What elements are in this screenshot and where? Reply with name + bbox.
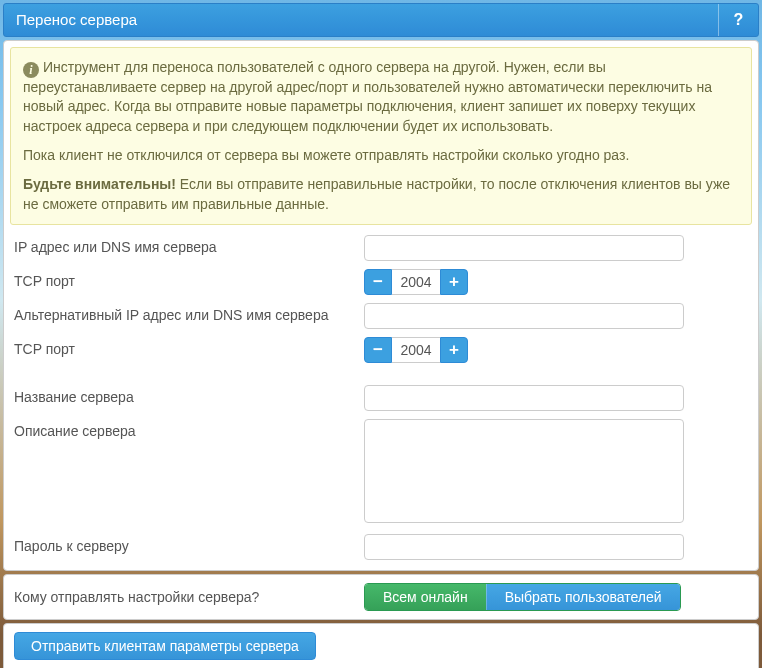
alt-ip-input[interactable] [364, 303, 684, 329]
main-card: iИнструмент для переноса пользователей с… [3, 40, 759, 571]
target-row: Кому отправлять настройки сервера? Всем … [4, 575, 758, 619]
row-tcp-port-2: TCP порт − + [4, 333, 758, 367]
action-card: Отправить клиентам параметры сервера При… [3, 623, 759, 668]
tcp-port-2-spinner: − + [364, 337, 468, 363]
target-label: Кому отправлять настройки сервера? [14, 589, 364, 605]
info-paragraph-1: iИнструмент для переноса пользователей с… [23, 58, 739, 136]
server-password-input[interactable] [364, 534, 684, 560]
page-title: Перенос сервера [4, 4, 718, 36]
info-paragraph-3: Будьте внимательны! Если вы отправите не… [23, 175, 739, 214]
target-segment: Всем онлайн Выбрать пользователей [364, 583, 681, 611]
tcp1-value-input[interactable] [392, 269, 440, 295]
tcp2-value-input[interactable] [392, 337, 440, 363]
info-icon: i [23, 62, 39, 78]
server-desc-textarea[interactable] [364, 419, 684, 523]
tcp-port-2-label: TCP порт [14, 337, 364, 357]
target-select-users[interactable]: Выбрать пользователей [486, 584, 680, 610]
alt-ip-label: Альтернативный IP адрес или DNS имя серв… [14, 303, 364, 323]
server-password-label: Пароль к серверу [14, 534, 364, 554]
row-ip: IP адрес или DNS имя сервера [4, 231, 758, 265]
send-settings-button[interactable]: Отправить клиентам параметры сервера [14, 632, 316, 660]
info-panel: iИнструмент для переноса пользователей с… [10, 47, 752, 225]
target-all-online[interactable]: Всем онлайн [365, 584, 486, 610]
ip-label: IP адрес или DNS имя сервера [14, 235, 364, 255]
tcp-port-1-label: TCP порт [14, 269, 364, 289]
ip-input[interactable] [364, 235, 684, 261]
tcp1-plus-button[interactable]: + [440, 269, 468, 295]
row-tcp-port-1: TCP порт − + [4, 265, 758, 299]
tcp2-plus-button[interactable]: + [440, 337, 468, 363]
target-card: Кому отправлять настройки сервера? Всем … [3, 574, 759, 620]
tcp1-minus-button[interactable]: − [364, 269, 392, 295]
title-bar: Перенос сервера ? [3, 3, 759, 37]
server-name-input[interactable] [364, 385, 684, 411]
tcp-port-1-spinner: − + [364, 269, 468, 295]
server-name-label: Название сервера [14, 385, 364, 405]
tcp2-minus-button[interactable]: − [364, 337, 392, 363]
info-paragraph-2: Пока клиент не отключился от сервера вы … [23, 146, 739, 165]
help-button[interactable]: ? [718, 4, 758, 36]
row-server-password: Пароль к серверу [4, 530, 758, 570]
row-server-desc: Описание сервера [4, 415, 758, 530]
server-desc-label: Описание сервера [14, 419, 364, 439]
row-server-name: Название сервера [4, 381, 758, 415]
row-alt-ip: Альтернативный IP адрес или DNS имя серв… [4, 299, 758, 333]
